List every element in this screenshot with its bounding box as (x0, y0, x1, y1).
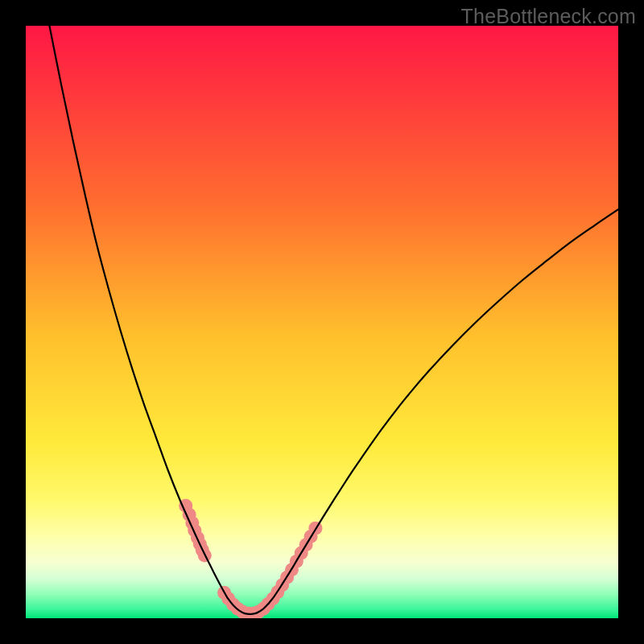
plot-area (26, 26, 618, 618)
watermark-text: TheBottleneck.com (461, 5, 636, 28)
chart-svg (26, 26, 618, 618)
outer-frame: TheBottleneck.com (0, 0, 644, 644)
